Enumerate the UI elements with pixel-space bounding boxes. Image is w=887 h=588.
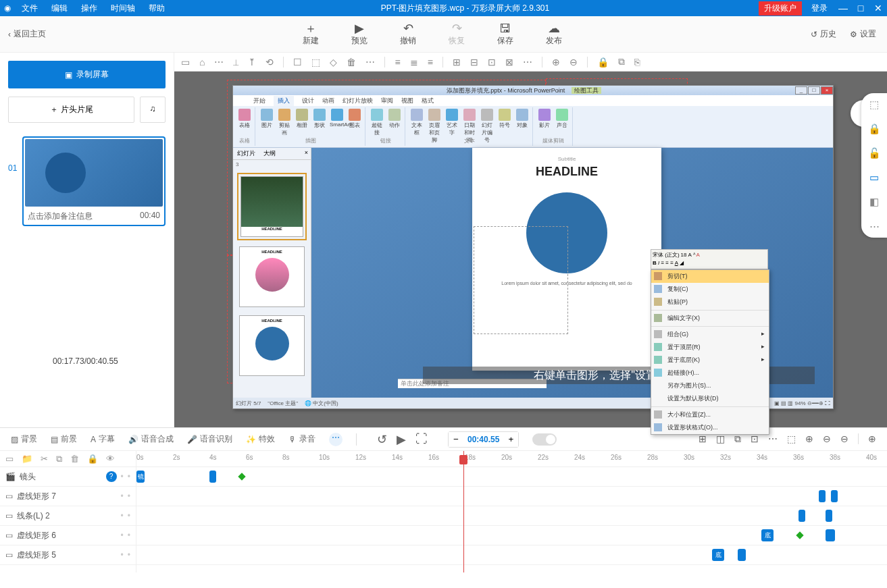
canvas-tool-icon[interactable]: ⌂ xyxy=(199,57,205,68)
tl-语音识别[interactable]: 🎤 语音识别 xyxy=(187,433,232,445)
ctx-item[interactable]: 设置为默认形状(D) xyxy=(651,392,769,405)
head-tail-button[interactable]: ＋ 片头片尾 xyxy=(8,97,134,123)
upgrade-button[interactable]: 升级账户 xyxy=(759,1,802,16)
play-button[interactable]: ▶ xyxy=(397,432,406,447)
tl-tool-icon[interactable]: ⊞ xyxy=(699,433,707,445)
slide-shape[interactable] xyxy=(526,192,607,273)
ctx-item[interactable]: 剪切(T) xyxy=(651,270,769,283)
ctx-item[interactable]: 置于底层(K)▸ xyxy=(651,354,769,367)
tl-语音合成[interactable]: 🔊 语音合成 xyxy=(128,433,174,445)
canvas-tool-icon[interactable]: ⤒ xyxy=(248,57,256,68)
clip-thumbnail[interactable] xyxy=(25,139,163,207)
right-tool-icon[interactable]: ⋯ xyxy=(869,220,880,232)
history-button[interactable]: ↺历史 xyxy=(811,28,836,40)
canvas-tool-icon[interactable]: ≣ xyxy=(410,57,418,68)
canvas-tool-icon[interactable]: ⊠ xyxy=(505,57,513,68)
canvas-tool-icon[interactable]: ⟲ xyxy=(265,57,274,68)
minimize-button[interactable]: — xyxy=(834,3,852,14)
time-minus[interactable]: − xyxy=(449,432,463,447)
canvas-tool-icon[interactable]: ⊡ xyxy=(488,57,496,68)
canvas-tool-icon[interactable]: ⟂ xyxy=(233,57,238,68)
timeline-clip[interactable] xyxy=(738,549,746,561)
tl-前景[interactable]: ▤ 前景 xyxy=(51,433,77,445)
canvas-tool-icon[interactable]: ⋯ xyxy=(214,57,224,68)
track[interactable]: 底 xyxy=(136,526,887,545)
expand-button[interactable]: ⛶ xyxy=(415,432,428,446)
tl-tool-icon[interactable]: ⊕ xyxy=(805,433,813,445)
canvas-tool-icon[interactable]: ⧉ xyxy=(618,56,625,68)
timeline-clip[interactable] xyxy=(209,471,216,483)
track[interactable]: 底 xyxy=(136,545,887,565)
tl-背景[interactable]: ▨ 背景 xyxy=(11,433,37,445)
canvas-tool-icon[interactable]: ≡ xyxy=(395,57,400,68)
tl-tool-icon[interactable]: ◫ xyxy=(716,433,725,445)
ctx-item[interactable]: 置于顶层(R)▸ xyxy=(651,341,769,354)
canvas-tool-icon[interactable]: ☐ xyxy=(293,57,302,68)
menu-timeline[interactable]: 时间轴 xyxy=(104,3,142,14)
timeline-clip[interactable] xyxy=(831,490,838,502)
canvas-tool-icon[interactable]: ⋯ xyxy=(365,57,375,68)
tl-tool-icon[interactable]: ⊡ xyxy=(751,433,759,445)
toolbar-预览[interactable]: ▶预览 xyxy=(351,22,368,47)
toolbar-新建[interactable]: ＋新建 xyxy=(303,22,319,47)
ppt-slide-area[interactable]: Subtitle HEADLINE Lorem ipsum dolor sit … xyxy=(311,148,833,398)
right-tool-icon[interactable]: ⬚ xyxy=(869,99,879,111)
track-label[interactable]: ▭虚线矩形 5•• xyxy=(0,545,136,565)
right-tool-icon[interactable]: ◧ xyxy=(869,196,879,208)
toolbar-发布[interactable]: ☁发布 xyxy=(546,22,562,47)
menu-help[interactable]: 帮助 xyxy=(142,3,172,14)
record-screen-button[interactable]: ▣ 录制屏幕 xyxy=(8,61,166,88)
menu-edit[interactable]: 编辑 xyxy=(45,3,74,14)
timeline-clip[interactable]: 底 xyxy=(712,549,724,561)
ctx-item[interactable]: 编辑文字(X) xyxy=(651,312,769,325)
toolbar-保存[interactable]: 🖫保存 xyxy=(497,22,513,47)
tl-字幕[interactable]: A 字幕 xyxy=(91,433,115,445)
track-label[interactable]: ▭线条(L) 2•• xyxy=(0,506,136,526)
right-tool-icon[interactable]: 🔒 xyxy=(868,123,881,135)
ctx-item[interactable]: 复制(C) xyxy=(651,283,769,296)
timeline-ruler[interactable]: 0s2s4s6s8s10s12s14s16s18s20s22s24s26s28s… xyxy=(136,451,887,467)
canvas-tool-icon[interactable]: ▭ xyxy=(181,57,190,68)
tl-录音[interactable]: 🎙 录音 xyxy=(288,433,315,445)
timeline-clip[interactable] xyxy=(799,510,805,522)
canvas-tool-icon[interactable]: ⎘ xyxy=(634,57,640,68)
tl-tool-icon[interactable]: ⊕ xyxy=(868,433,876,445)
track-label[interactable]: ▭虚线矩形 7•• xyxy=(0,487,136,506)
ctx-item[interactable]: 另存为图片(S)... xyxy=(651,379,769,392)
timeline-clip[interactable]: 底 xyxy=(761,529,774,541)
mini-toolbar[interactable]: 宋体 (正文) 18 A ᴬ A B I ≡ ≡ ≡ A ◢ xyxy=(651,249,768,269)
timeline-clip[interactable] xyxy=(819,490,826,502)
canvas-tool-icon[interactable]: ⊖ xyxy=(569,57,578,68)
ctx-item[interactable]: 粘贴(P) xyxy=(651,296,769,309)
tl-tool-icon[interactable]: ⋯ xyxy=(768,433,778,445)
ctx-item[interactable]: 组合(G)▸ xyxy=(651,328,769,341)
timeline-clip[interactable]: 镜 xyxy=(136,471,145,483)
track[interactable]: 镜 xyxy=(136,467,887,487)
toolbar-撤销[interactable]: ↶撤销 xyxy=(400,22,416,47)
settings-button[interactable]: ⚙设置 xyxy=(850,28,876,40)
clip-item[interactable]: 01 点击添加备注信息 00:40 xyxy=(8,136,166,226)
toggle-switch[interactable] xyxy=(532,433,557,446)
timeline-clip[interactable] xyxy=(826,510,832,522)
right-tool-icon[interactable]: 🔓 xyxy=(868,147,881,159)
canvas-tool-icon[interactable]: ⊕ xyxy=(552,57,560,68)
replay-button[interactable]: ↺ xyxy=(377,432,387,447)
canvas-tool-icon[interactable]: ⊞ xyxy=(453,57,461,68)
ctx-item[interactable]: 超链接(H)... xyxy=(651,367,769,379)
login-button[interactable]: 登录 xyxy=(805,3,834,14)
menu-action[interactable]: 操作 xyxy=(74,3,104,14)
clip-note[interactable]: 点击添加备注信息 xyxy=(28,211,93,222)
maximize-button[interactable]: □ xyxy=(852,3,869,14)
ctx-item[interactable]: 设置形状格式(O)... xyxy=(651,421,769,434)
ctx-item[interactable]: 大小和位置(Z)... xyxy=(651,408,769,421)
track-label[interactable]: 🎬镜头?•• xyxy=(0,467,136,487)
music-button[interactable]: ♫ xyxy=(140,97,166,123)
close-button[interactable]: ✕ xyxy=(869,3,887,14)
menu-file[interactable]: 文件 xyxy=(15,3,45,14)
canvas-tool-icon[interactable]: ⬚ xyxy=(311,57,320,68)
track-label[interactable]: ▭虚线矩形 6•• xyxy=(0,526,136,545)
canvas-tool-icon[interactable]: ⊟ xyxy=(470,57,478,68)
canvas-tool-icon[interactable]: 🔒 xyxy=(597,57,609,68)
tl-tool-icon[interactable]: ⧉ xyxy=(734,433,741,445)
back-button[interactable]: ‹ 返回主页 xyxy=(0,28,54,40)
